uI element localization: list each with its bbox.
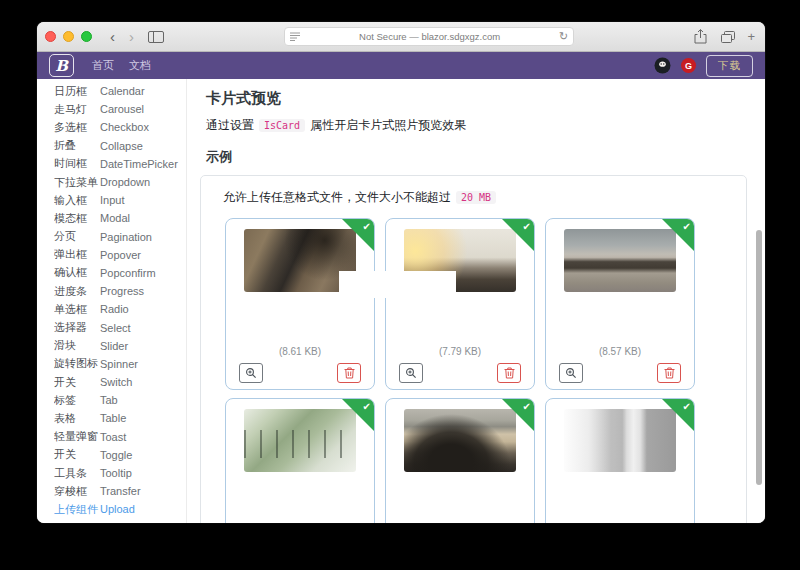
sidebar-item-label-zh: 单选框 [54, 302, 100, 317]
sidebar-item-label-en: Carousel [100, 103, 144, 115]
nav-item-home[interactable]: 首页 [92, 58, 114, 73]
delete-button[interactable] [497, 363, 521, 383]
browser-toolbar: ‹ › Not Secure — blazor.sdgxgz.com ↻ + [37, 22, 765, 52]
sidebar-item-label-en: Table [100, 412, 126, 424]
sidebar-item-label-en: Toggle [100, 449, 132, 461]
sidebar-item-checkbox[interactable]: 多选框 Checkbox [37, 118, 186, 136]
brand-logo[interactable]: B [49, 54, 74, 77]
sidebar-item-label-zh: 开关 [54, 375, 100, 390]
gitee-icon[interactable]: G [681, 58, 696, 73]
sidebar-item-tooltip[interactable]: 工具条 Tooltip [37, 464, 186, 482]
sidebar-item-modal[interactable]: 模态框 Modal [37, 209, 186, 227]
refresh-icon[interactable]: ↻ [559, 30, 568, 43]
zoom-window-button[interactable] [81, 31, 92, 42]
close-window-button[interactable] [45, 31, 56, 42]
sidebar-item-switch[interactable]: 开关 Switch [37, 373, 186, 391]
sidebar-item-upload[interactable]: 上传组件 Upload [37, 500, 186, 518]
address-bar[interactable]: Not Secure — blazor.sdgxgz.com ↻ [284, 27, 574, 46]
sidebar-item-carousel[interactable]: 走马灯 Carousel [37, 100, 186, 118]
sidebar-item-tab[interactable]: 标签 Tab [37, 391, 186, 409]
file-size-label: (8.61 KB) [226, 346, 374, 357]
sidebar-item-label-en: Modal [100, 212, 130, 224]
upload-hint-text: 允许上传任意格式文件，文件大小不能超过 [223, 189, 451, 206]
sidebar-item-label-en: Toast [100, 431, 126, 443]
delete-button[interactable] [657, 363, 681, 383]
main-content: 卡片式预览 通过设置 IsCard 属性开启卡片式照片预览效果 示例 允许上传任… [187, 79, 765, 523]
sidebar-item-progress[interactable]: 进度条 Progress [37, 282, 186, 300]
sidebar-item-label-en: Switch [100, 376, 132, 388]
description-suffix: 属性开启卡片式照片预览效果 [310, 117, 466, 134]
sidebar-item-label-zh: 模态框 [54, 211, 100, 226]
new-tab-button[interactable]: + [745, 29, 757, 44]
sidebar-item-label-zh: 折叠 [54, 138, 100, 153]
sidebar-item-label-zh: 标签 [54, 393, 100, 408]
upload-demo-panel: 允许上传任意格式文件，文件大小不能超过 20 MB ✔ (8.61 KB) ✔ … [200, 175, 747, 523]
sidebar-item-popover[interactable]: 弹出框 Popover [37, 246, 186, 264]
github-icon[interactable] [654, 57, 671, 74]
sidebar-item-collapse[interactable]: 折叠 Collapse [37, 137, 186, 155]
app-header: B 首页 文档 G 下载 [37, 52, 765, 79]
address-url-text: Not Secure — blazor.sdgxgz.com [300, 31, 559, 42]
sidebar-item-label-en: Tab [100, 394, 118, 406]
sidebar-item-label-en: Transfer [100, 485, 141, 497]
sidebar-item-label-en: DateTimePicker [100, 158, 178, 170]
sidebar-item-label-zh: 确认框 [54, 265, 100, 280]
sidebar-item-spinner[interactable]: 旋转图标 Spinner [37, 355, 186, 373]
sidebar-item-label-en: Upload [100, 503, 135, 515]
sidebar-item-label-zh: 表格 [54, 411, 100, 426]
app-body: 日历框 Calendar 走马灯 Carousel 多选框 Checkbox 折… [37, 79, 765, 523]
sidebar-item-calendar[interactable]: 日历框 Calendar [37, 82, 186, 100]
sidebar-item-label-en: Progress [100, 285, 144, 297]
file-thumbnail-pier-bench[interactable] [564, 229, 676, 292]
sidebar-item-slider[interactable]: 滑块 Slider [37, 337, 186, 355]
file-thumbnail-statue-of-liberty[interactable] [564, 409, 676, 472]
upload-card-grid: ✔ (8.61 KB) ✔ (7.79 KB) ✔ (8.57 KB) [225, 218, 746, 523]
upload-card: ✔ (7.79 KB) [385, 218, 535, 390]
sidebar-item-select[interactable]: 选择器 Select [37, 318, 186, 336]
reader-icon[interactable] [290, 32, 300, 41]
nav-item-docs[interactable]: 文档 [129, 58, 151, 73]
file-thumbnail-balcony-plants[interactable] [244, 409, 356, 472]
preview-button[interactable] [399, 363, 423, 383]
sidebar-item-label-zh: 分页 [54, 229, 100, 244]
check-icon: ✔ [363, 221, 371, 232]
file-size-label: (7.79 KB) [386, 346, 534, 357]
upload-hint: 允许上传任意格式文件，文件大小不能超过 20 MB [223, 189, 746, 206]
size-limit-code-chip: 20 MB [456, 191, 496, 204]
upload-card: ✔ (8.90 KB) [545, 398, 695, 523]
file-thumbnail-beach-rocks[interactable] [404, 409, 516, 472]
sidebar-item-label-en: Popover [100, 249, 141, 261]
sidebar-item-radio[interactable]: 单选框 Radio [37, 300, 186, 318]
sidebar-item-pagination[interactable]: 分页 Pagination [37, 228, 186, 246]
sidebar-item-table[interactable]: 表格 Table [37, 409, 186, 427]
sidebar-toggle-icon[interactable] [144, 31, 168, 43]
sidebar-item-dropdown[interactable]: 下拉菜单 Dropdown [37, 173, 186, 191]
sidebar-item-label-zh: 上传组件 [54, 502, 100, 517]
download-button[interactable]: 下载 [706, 55, 753, 77]
check-icon: ✔ [363, 401, 371, 412]
sidebar-item-datetimepicker[interactable]: 时间框 DateTimePicker [37, 155, 186, 173]
upload-card: ✔ (8.61 KB) [225, 218, 375, 390]
sidebar-item-popconfirm[interactable]: 确认框 Popconfirm [37, 264, 186, 282]
traffic-lights [45, 31, 92, 42]
forward-button[interactable]: › [125, 29, 138, 44]
sidebar-item-transfer[interactable]: 穿梭框 Transfer [37, 482, 186, 500]
delete-button[interactable] [337, 363, 361, 383]
header-right: G 下载 [654, 55, 753, 77]
sidebar-item-toast[interactable]: 轻量弹窗 Toast [37, 428, 186, 446]
upload-card: ✔ (8.57 KB) [545, 218, 695, 390]
sidebar-item-label-en: Dropdown [100, 176, 150, 188]
preview-button[interactable] [559, 363, 583, 383]
check-icon: ✔ [523, 221, 531, 232]
tabs-overview-icon[interactable] [717, 31, 739, 43]
sidebar-item-label-zh: 输入框 [54, 193, 100, 208]
preview-button[interactable] [239, 363, 263, 383]
back-button[interactable]: ‹ [106, 29, 119, 44]
sidebar-item-label-zh: 轻量弹窗 [54, 429, 100, 444]
sidebar-item-label-zh: 工具条 [54, 466, 100, 481]
minimize-window-button[interactable] [63, 31, 74, 42]
share-icon[interactable] [690, 29, 711, 44]
page-scrollbar-thumb[interactable] [756, 230, 762, 485]
sidebar-item-input[interactable]: 输入框 Input [37, 191, 186, 209]
sidebar-item-toggle[interactable]: 开关 Toggle [37, 446, 186, 464]
